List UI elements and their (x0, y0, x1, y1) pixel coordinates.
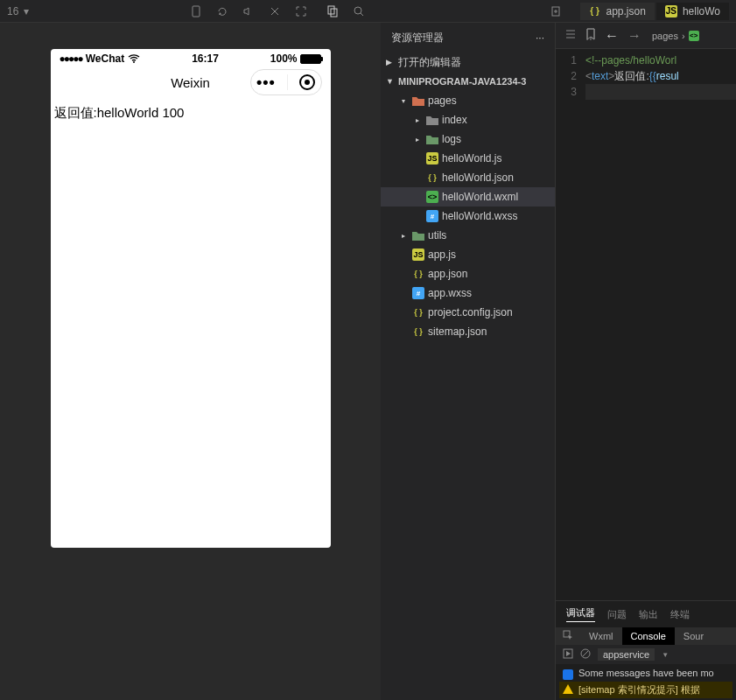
status-bar: ●●●●● WeChat 16:17 100% (51, 49, 331, 65)
folder-pages[interactable]: ▾ pages (381, 91, 555, 110)
js-icon: JS (665, 5, 677, 18)
forward-icon[interactable]: → (627, 28, 641, 44)
inspect-icon[interactable] (563, 630, 573, 642)
list-icon[interactable] (564, 28, 577, 44)
tab-app-json[interactable]: { } app.json (580, 3, 655, 20)
svg-point-3 (354, 7, 361, 14)
zoom-indicator: 16 ▾ (7, 5, 189, 18)
tab-helloworld[interactable]: JS helloWo (656, 3, 729, 20)
battery-icon (300, 54, 321, 64)
wxml-icon: <> (689, 31, 699, 41)
nav-title: Weixin (171, 75, 210, 90)
editor-tabs: { } app.json JS helloWo (580, 3, 730, 20)
tab-terminal[interactable]: 终端 (670, 608, 690, 621)
file-label: app.json (428, 268, 467, 280)
close-icon[interactable] (299, 74, 315, 90)
folder-logs[interactable]: ▸ logs (381, 130, 555, 149)
divider (287, 74, 288, 90)
info-icon (563, 669, 573, 680)
play-icon[interactable] (563, 648, 573, 661)
volume-icon[interactable] (242, 4, 256, 18)
file-hw-wxml[interactable]: <> helloWorld.wxml (381, 187, 555, 206)
breadcrumb[interactable]: pages › <> (652, 31, 699, 41)
devtools-tabs: Wxml Console Sour (556, 627, 736, 645)
section-label: 打开的编辑器 (398, 55, 461, 70)
file-label: sitemap.json (428, 326, 487, 338)
file-sitemap[interactable]: { } sitemap.json (381, 322, 555, 341)
tab-sources[interactable]: Sour (675, 627, 712, 645)
file-app-json[interactable]: { } app.json (381, 264, 555, 284)
explorer-title: 资源管理器 (391, 31, 444, 46)
tab-label: app.json (606, 5, 646, 18)
file-project-config[interactable]: { } project.config.json (381, 303, 555, 322)
more-icon[interactable]: ••• (256, 78, 276, 87)
chevron-right-icon: ▸ (416, 116, 423, 124)
project-section[interactable]: ▼ MINIPROGRAM-JAVA1234-3 (381, 72, 555, 91)
file-app-wxss[interactable]: # app.wxss (381, 284, 555, 303)
wifi-icon (128, 54, 140, 63)
page-text: 返回值:helloWorld 100 (54, 105, 185, 120)
explorer-top-icons (326, 4, 366, 18)
folder-index[interactable]: ▸ index (381, 110, 555, 130)
chevron-right-icon: ▸ (402, 232, 409, 240)
chevron-right-icon: ▶ (386, 58, 395, 66)
bottom-panel: 调试器 问题 输出 终端 Wxml Console Sour (556, 600, 736, 700)
console-controls: appservice ▼ (556, 645, 736, 664)
folder-icon (426, 134, 438, 144)
clear-icon[interactable] (580, 648, 591, 661)
file-hw-json[interactable]: { } helloWorld.json (381, 168, 555, 187)
message-text: Some messages have been mo (578, 668, 714, 678)
svg-rect-0 (193, 6, 200, 17)
top-toolbar: 16 ▾ { } app.json (0, 0, 736, 23)
wxss-icon: # (412, 287, 424, 299)
chevron-down-icon: ▼ (662, 651, 669, 659)
rotate-icon[interactable] (215, 4, 229, 18)
bookmark-icon[interactable] (585, 28, 596, 44)
file-hw-wxss[interactable]: # helloWorld.wxss (381, 206, 555, 226)
console-message: Some messages have been mo (559, 666, 732, 682)
code-comment: <!--pages/helloWorl (585, 54, 676, 66)
chevron-down-icon[interactable]: ▾ (24, 5, 29, 18)
file-label: project.config.json (428, 306, 513, 318)
file-label: helloWorld.wxss (442, 210, 517, 222)
tab-debugger[interactable]: 调试器 (566, 606, 595, 622)
json-icon: { } (412, 326, 424, 338)
tab-wxml[interactable]: Wxml (580, 627, 622, 645)
wxml-icon: <> (426, 191, 438, 203)
signal-icon: ●●●●● (60, 52, 82, 65)
svg-point-5 (133, 61, 135, 63)
back-icon[interactable]: ← (605, 28, 619, 44)
chevron-right-icon: › (682, 31, 685, 41)
chevron-right-icon: ▸ (416, 136, 423, 144)
console-warning: [sitemap 索引情况提示] 根据 (559, 682, 732, 698)
file-label: helloWorld.js (442, 152, 501, 164)
cut-icon[interactable] (268, 4, 282, 18)
folder-utils[interactable]: ▸ utils (381, 226, 555, 245)
files-icon[interactable] (326, 4, 340, 18)
more-icon[interactable]: ··· (536, 32, 544, 44)
explorer-header: 资源管理器 ··· (381, 23, 555, 52)
page-content: 返回值:helloWorld 100 (51, 100, 331, 548)
nav-bar: Weixin ••• (51, 65, 331, 100)
json-icon: { } (426, 172, 438, 184)
tab-problems[interactable]: 问题 (607, 608, 627, 621)
status-carrier: WeChat (86, 52, 124, 65)
status-time: 16:17 (192, 52, 219, 65)
file-label: app.js (428, 248, 456, 261)
phone-icon[interactable] (189, 4, 203, 18)
scope-select[interactable]: appservice (598, 648, 655, 661)
tab-console[interactable]: Console (622, 627, 675, 645)
folder-label: logs (442, 133, 461, 145)
expand-icon[interactable] (294, 4, 308, 18)
capsule-button[interactable]: ••• (250, 69, 322, 95)
folder-icon (412, 230, 424, 241)
open-editors-section[interactable]: ▶ 打开的编辑器 (381, 52, 555, 72)
file-hw-js[interactable]: JS helloWorld.js (381, 149, 555, 168)
file-label: app.wxss (428, 287, 472, 299)
file-app-js[interactable]: JS app.js (381, 245, 555, 264)
new-file-icon[interactable] (549, 4, 563, 18)
chevron-down-icon: ▾ (402, 97, 409, 105)
tab-label: helloWo (683, 5, 720, 18)
search-icon[interactable] (352, 4, 366, 18)
tab-output[interactable]: 输出 (639, 608, 658, 621)
